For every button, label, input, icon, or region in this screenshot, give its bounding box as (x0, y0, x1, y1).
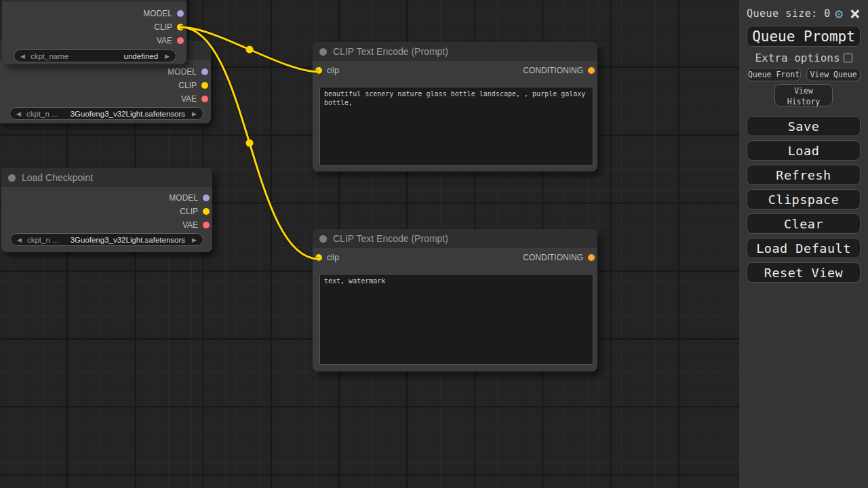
collapse-dot-icon[interactable] (319, 48, 327, 56)
output-label: VAE (181, 94, 197, 104)
prompt-textarea[interactable]: text, watermark (319, 274, 593, 365)
widget-name: ckpt_n ... (27, 236, 59, 244)
node-clip-text-encode-negative[interactable]: CLIP Text Encode (Prompt) clip CONDITION… (313, 229, 597, 371)
model-port-dot[interactable] (177, 10, 184, 17)
queue-front-button[interactable]: Queue Front (747, 68, 801, 81)
node-graph-canvas[interactable]: MODEL CLIP VAE ◀ ckpt_n ... 3Guofeng3_v3… (0, 0, 739, 488)
collapse-dot-icon[interactable] (319, 235, 327, 243)
widget-name: ckpt_n ... (26, 110, 58, 118)
node-title: Load Checkpoint (22, 172, 93, 183)
combo-left-arrow-icon[interactable]: ◀ (17, 237, 22, 243)
ckpt-name-combo[interactable]: ◀ ckpt_name undefined ▶ (14, 49, 176, 62)
view-queue-button[interactable]: View Queue (806, 68, 861, 81)
wire-midpoint-dot[interactable] (246, 140, 254, 147)
close-icon[interactable]: × (850, 7, 861, 20)
vae-port-dot[interactable] (203, 222, 210, 228)
widget-value: undefined (124, 52, 159, 60)
combo-right-arrow-icon[interactable]: ▶ (192, 237, 197, 243)
output-label: MODEL (143, 9, 172, 18)
input-label: clip (327, 66, 339, 75)
queue-buttons-row: Queue Front View Queue (747, 68, 861, 81)
widget-value: 3Guofeng3_v32Light.safetensors (71, 110, 185, 118)
widget-name: ckpt_name (31, 52, 68, 60)
clipspace-button[interactable]: Clipspace (747, 189, 861, 209)
wire-midpoint-dot[interactable] (246, 46, 254, 54)
extra-options-label: Extra options (755, 52, 840, 64)
conditioning-port-dot[interactable] (588, 67, 595, 74)
output-label: CONDITIONING (523, 253, 583, 262)
collapse-dot-icon[interactable] (8, 174, 16, 182)
output-label: VAE (182, 220, 198, 230)
settings-gear-icon[interactable]: ⚙ (835, 7, 843, 20)
combo-left-arrow-icon[interactable]: ◀ (16, 110, 21, 117)
combo-left-arrow-icon[interactable]: ◀ (20, 53, 25, 60)
clip-port-dot[interactable] (177, 24, 184, 30)
output-clip[interactable]: CLIP (0, 79, 211, 92)
combo-right-arrow-icon[interactable]: ▶ (165, 53, 170, 60)
queue-prompt-button[interactable]: Queue Prompt (747, 26, 861, 47)
extra-options-checkbox[interactable] (844, 54, 852, 62)
widget-value: 3Guofeng3_v32Light.safetensors (71, 236, 185, 244)
clip-input-dot[interactable] (315, 67, 322, 74)
output-clip[interactable]: CLIP (1, 205, 212, 218)
output-label: CLIP (178, 81, 197, 90)
clear-button[interactable]: Clear (747, 214, 861, 234)
clip-input-dot[interactable] (315, 254, 322, 261)
output-clip[interactable]: CLIP (2, 20, 186, 34)
node-title-bar[interactable]: CLIP Text Encode (Prompt) (313, 229, 597, 248)
extra-options-row: Extra options (747, 52, 861, 64)
action-buttons: Save Load Refresh Clipspace Clear Load D… (747, 116, 861, 283)
output-label: CLIP (180, 207, 198, 216)
node-title: CLIP Text Encode (Prompt) (333, 233, 448, 244)
node-title: CLIP Text Encode (Prompt) (333, 46, 448, 57)
combo-right-arrow-icon[interactable]: ▶ (192, 110, 197, 117)
output-label: CLIP (154, 22, 172, 32)
input-label: clip (327, 253, 339, 262)
refresh-button[interactable]: Refresh (747, 165, 861, 185)
ckpt-name-combo[interactable]: ◀ ckpt_n ... 3Guofeng3_v32Light.safetens… (10, 233, 203, 246)
menu-header: Queue size: 0 ⚙ × (747, 5, 861, 22)
output-label: CONDITIONING (523, 66, 583, 75)
model-port-dot[interactable] (203, 195, 210, 201)
output-model[interactable]: MODEL (2, 7, 186, 20)
save-button[interactable]: Save (747, 116, 861, 136)
load-button[interactable]: Load (747, 140, 861, 161)
output-label: MODEL (169, 193, 198, 203)
view-history-button[interactable]: View History (774, 84, 833, 106)
node-title-bar[interactable]: Load Checkpoint (1, 168, 212, 187)
clip-port-dot[interactable] (203, 208, 210, 215)
output-vae[interactable]: VAE (0, 92, 211, 106)
node-clip-text-encode-positive[interactable]: CLIP Text Encode (Prompt) clip CONDITION… (313, 42, 597, 171)
load-default-button[interactable]: Load Default (747, 238, 861, 258)
queue-size-label: Queue size: 0 (747, 7, 831, 20)
vae-port-dot[interactable] (201, 96, 208, 102)
model-port-dot[interactable] (201, 68, 208, 75)
output-label: MODEL (167, 67, 197, 77)
conditioning-port-dot[interactable] (588, 254, 595, 261)
node-load-checkpoint[interactable]: Load Checkpoint MODEL CLIP VAE ◀ ckpt_n … (1, 168, 212, 252)
node-checkpoint-top[interactable]: MODEL CLIP VAE ◀ ckpt_name undefined ▶ (2, 0, 186, 64)
node-title-bar[interactable]: CLIP Text Encode (Prompt) (313, 42, 597, 61)
ckpt-name-combo[interactable]: ◀ ckpt_n ... 3Guofeng3_v32Light.safetens… (9, 107, 203, 120)
output-model[interactable]: MODEL (1, 191, 212, 205)
output-label: VAE (157, 36, 172, 45)
output-vae[interactable]: VAE (1, 218, 212, 232)
reset-view-button[interactable]: Reset View (747, 262, 861, 283)
clip-port-dot[interactable] (201, 82, 208, 89)
output-model[interactable]: MODEL (0, 65, 211, 79)
comfy-menu-panel: Queue size: 0 ⚙ × Queue Prompt Extra opt… (739, 0, 868, 488)
output-vae[interactable]: VAE (2, 34, 186, 47)
prompt-textarea[interactable]: beautiful scenery nature glass bottle la… (319, 87, 593, 166)
vae-port-dot[interactable] (177, 37, 184, 44)
